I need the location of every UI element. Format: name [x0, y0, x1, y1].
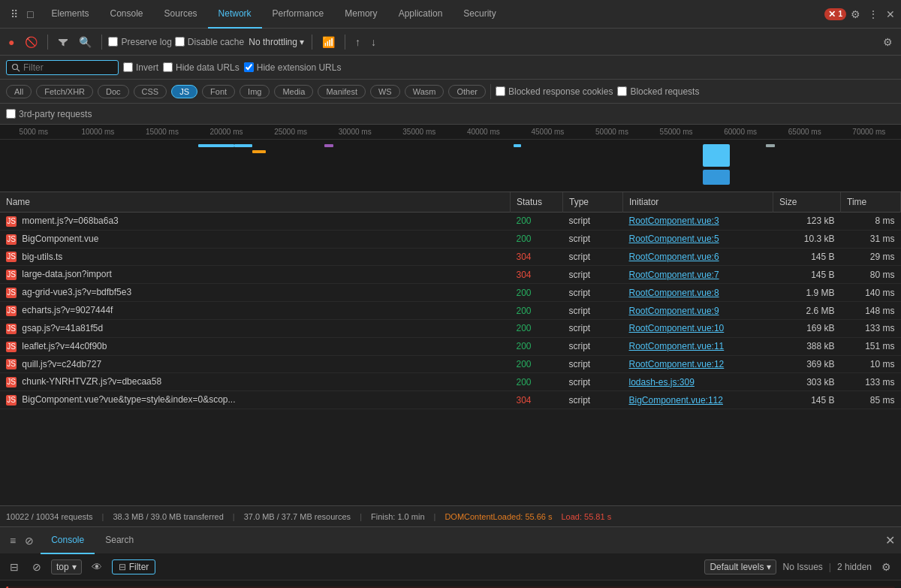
cell-type: script [563, 248, 623, 266]
console-filter-icon: ⊟ [119, 562, 126, 572]
cell-initiator[interactable]: RootComponent.vue:3 [623, 213, 773, 231]
drag-icon[interactable]: ⠿ [8, 5, 21, 23]
top-context-select[interactable]: top ▾ [51, 559, 82, 574]
tab-memory[interactable]: Memory [334, 0, 387, 29]
console-eye-icon[interactable]: 👁 [88, 558, 106, 576]
col-header-name[interactable]: Name [0, 192, 511, 213]
tab-network[interactable]: Network [208, 0, 262, 29]
col-header-time[interactable]: Time [841, 192, 901, 213]
export-har-button[interactable]: ↓ [367, 33, 380, 51]
dock-icon[interactable]: □ [24, 5, 36, 23]
filter-media-button[interactable]: Media [274, 85, 313, 98]
record-button[interactable]: ● [5, 33, 18, 51]
tab-console-panel[interactable]: Console [41, 527, 95, 554]
invert-checkbox[interactable] [123, 62, 133, 72]
cell-name: JS BigComponent.vue?vue&type=style&index… [0, 391, 511, 409]
filter-wasm-button[interactable]: Wasm [405, 85, 444, 98]
tab-console[interactable]: Console [100, 0, 154, 29]
tab-security[interactable]: Security [453, 0, 506, 29]
search-button[interactable]: 🔍 [75, 33, 95, 51]
timeline-area[interactable]: 5000 ms 10000 ms 15000 ms 20000 ms 25000… [0, 125, 901, 192]
filter-ws-button[interactable]: WS [370, 85, 400, 98]
console-block-icon2[interactable]: ⊘ [29, 558, 45, 576]
console-sidebar-icon[interactable]: ⊟ [6, 558, 23, 576]
tab-performance[interactable]: Performance [262, 0, 335, 29]
blocked-cookies-checkbox[interactable] [496, 86, 505, 96]
invert-checkbox-label[interactable]: Invert [123, 62, 158, 73]
table-row[interactable]: JS BigComponent.vue?vue&type=style&index… [0, 391, 901, 409]
cell-initiator[interactable]: RootComponent.vue:10 [623, 319, 773, 337]
clear-button[interactable]: 🚫 [21, 33, 41, 51]
blocked-requests-checkbox[interactable] [617, 86, 627, 96]
disable-cache-label[interactable]: Disable cache [175, 37, 244, 47]
filter-doc-button[interactable]: Doc [98, 85, 129, 98]
throttle-select[interactable]: No throttling ▾ [247, 35, 306, 49]
cell-initiator[interactable]: RootComponent.vue:11 [623, 337, 773, 355]
col-header-size[interactable]: Size [773, 192, 841, 213]
tab-application[interactable]: Application [388, 0, 454, 29]
table-row[interactable]: JS quill.js?v=c24db727 200 script RootCo… [0, 355, 901, 373]
tab-search-panel[interactable]: Search [95, 527, 144, 554]
filter-input[interactable] [23, 62, 113, 73]
console-hamburger-icon[interactable]: ≡ [6, 532, 20, 550]
col-header-status[interactable]: Status [511, 192, 563, 213]
tab-sources[interactable]: Sources [154, 0, 208, 29]
table-row[interactable]: JS big-utils.ts 304 script RootComponent… [0, 248, 901, 266]
tab-elements[interactable]: Elements [41, 0, 99, 29]
third-party-checkbox[interactable] [6, 109, 16, 119]
svg-line-1 [17, 68, 20, 71]
cell-type: script [563, 391, 623, 409]
hide-data-urls-label[interactable]: Hide data URLs [163, 62, 240, 73]
wifi-icon[interactable]: 📶 [318, 33, 339, 51]
cell-initiator[interactable]: RootComponent.vue:8 [623, 284, 773, 302]
blocked-cookies-label[interactable]: Blocked response cookies [496, 86, 613, 97]
preserve-log-checkbox[interactable] [108, 37, 118, 47]
default-levels-select[interactable]: Default levels ▾ [704, 559, 776, 574]
filter-manifest-button[interactable]: Manifest [318, 85, 366, 98]
tick-11: 55000 ms [644, 128, 709, 136]
table-row[interactable]: JS leaflet.js?v=44c0f90b 200 script Root… [0, 337, 901, 355]
table-row[interactable]: JS gsap.js?v=41a81f5d 200 script RootCom… [0, 319, 901, 337]
filter-all-button[interactable]: All [6, 85, 32, 98]
cell-initiator[interactable]: RootComponent.vue:5 [623, 230, 773, 248]
cell-initiator[interactable]: RootComponent.vue:6 [623, 248, 773, 266]
console-settings-icon[interactable]: ⚙ [878, 558, 895, 576]
network-settings-button[interactable]: ⚙ [879, 33, 896, 51]
filter-img-button[interactable]: Img [240, 85, 270, 98]
disable-cache-checkbox[interactable] [175, 37, 185, 47]
import-har-button[interactable]: ↑ [351, 33, 364, 51]
table-row[interactable]: JS echarts.js?v=9027444f 200 script Root… [0, 302, 901, 320]
filter-font-button[interactable]: Font [202, 85, 235, 98]
filter-other-button[interactable]: Other [448, 85, 486, 98]
filter-toggle-button[interactable] [54, 34, 72, 50]
console-close-button[interactable]: ✕ [882, 530, 898, 550]
preserve-log-label[interactable]: Preserve log [108, 37, 171, 47]
settings-icon[interactable]: ⚙ [848, 5, 863, 23]
cell-initiator[interactable]: BigComponent.vue:112 [623, 391, 773, 409]
cell-initiator[interactable]: RootComponent.vue:9 [623, 302, 773, 320]
table-row[interactable]: JS moment.js?v=068ba6a3 200 script RootC… [0, 213, 901, 231]
hide-ext-urls-checkbox[interactable] [244, 62, 254, 72]
filter-js-button[interactable]: JS [171, 85, 197, 98]
console-filter-input[interactable]: ⊟ Filter [112, 559, 156, 574]
hide-ext-urls-label[interactable]: Hide extension URLs [244, 62, 342, 73]
cell-initiator[interactable]: lodash-es.js:309 [623, 373, 773, 391]
table-row[interactable]: JS BigComponent.vue 200 script RootCompo… [0, 230, 901, 248]
filter-fetch-xhr-button[interactable]: Fetch/XHR [36, 85, 93, 98]
cell-status: 200 [511, 302, 563, 320]
third-party-label[interactable]: 3rd-party requests [6, 109, 92, 119]
filter-css-button[interactable]: CSS [134, 85, 167, 98]
blocked-requests-label[interactable]: Blocked requests [617, 86, 699, 97]
col-header-initiator[interactable]: Initiator [623, 192, 773, 213]
hide-data-urls-checkbox[interactable] [163, 62, 173, 72]
col-header-type[interactable]: Type [563, 192, 623, 213]
cell-initiator[interactable]: RootComponent.vue:7 [623, 266, 773, 284]
cell-initiator[interactable]: RootComponent.vue:12 [623, 355, 773, 373]
table-row[interactable]: JS ag-grid-vue3.js?v=bdfbf5e3 200 script… [0, 284, 901, 302]
close-icon[interactable]: ✕ [883, 5, 898, 23]
more-icon[interactable]: ⋮ [865, 5, 881, 23]
console-block-icon[interactable]: ⊘ [21, 532, 38, 550]
table-row[interactable]: JS chunk-YNRHTVZR.js?v=dbecaa58 200 scri… [0, 373, 901, 391]
filter-type-sep [490, 84, 491, 99]
table-row[interactable]: JS large-data.json?import 304 script Roo… [0, 266, 901, 284]
